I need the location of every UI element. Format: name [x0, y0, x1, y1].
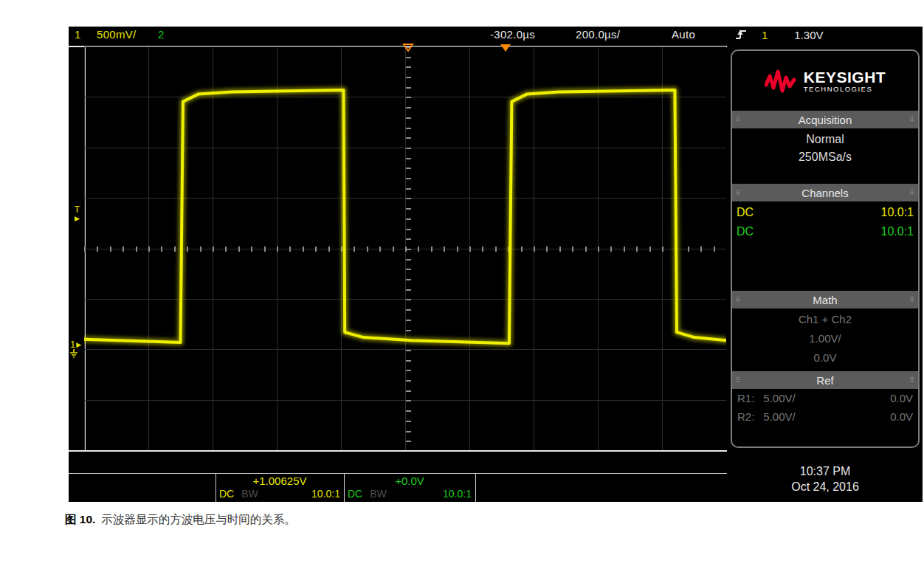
ch2-number: 2	[158, 28, 165, 41]
sample-rate: 250MSa/s	[732, 148, 918, 166]
trigger-level-marker[interactable]: T ▶	[72, 205, 83, 223]
grip-icon: ⠿	[732, 117, 745, 123]
ch2-probe: 10.0:1	[881, 222, 914, 241]
oscilloscope-screen: 1 500mV/ 2 -302.0µs 200.0µs/ Auto 1 1.30…	[69, 27, 923, 502]
acquisition-section-header[interactable]: ⠿ Acquisition ⠿	[732, 111, 918, 128]
figure-caption-text: 示波器显示的方波电压与时间的关系。	[101, 513, 296, 525]
acquisition-content: Normal 250MSa/s	[732, 128, 918, 184]
math-scale: 1.00V/	[732, 329, 918, 348]
logo-subname: TECHNOLOGIES	[804, 85, 886, 93]
trigger-source-readout: 1	[762, 29, 768, 41]
figure-caption: 图 10.示波器显示的方波电压与时间的关系。	[65, 512, 296, 528]
grip-icon: ⠿	[906, 297, 918, 303]
bottom-bar-separator	[475, 473, 476, 502]
channels-title: Channels	[745, 187, 906, 199]
ch2-offset-readout: +0.0V	[345, 474, 475, 488]
channels-section-header[interactable]: ⠿ Channels ⠿	[732, 184, 918, 201]
ch1-ground-arrow-icon: ▶	[76, 340, 81, 349]
ground-symbol-icon	[70, 349, 80, 358]
figure-caption-label: 图 10.	[65, 513, 95, 525]
trigger-level-arrow-icon: ▶	[72, 214, 83, 223]
trigger-slope-rising-icon	[735, 28, 747, 41]
channels-content: DC 10.0:1 DC 10.0:1	[732, 201, 918, 291]
grip-icon: ⠿	[732, 377, 745, 384]
ch1-waveform	[84, 46, 726, 450]
trigger-info: 1 1.30V	[731, 27, 920, 43]
trigger-mode-readout: Auto	[672, 28, 695, 41]
ch1-scale-readout: 500mV/	[97, 28, 137, 41]
trigger-level-readout: 1.30V	[794, 29, 823, 41]
ch1-probe-readout: 10.0:1	[311, 488, 340, 500]
ch1-ground-marker-label: 1	[70, 340, 75, 349]
ch1-settings-row: DC 10.0:1	[732, 203, 918, 222]
ch1-ground-marker[interactable]: 1 ▶	[70, 340, 81, 359]
grip-icon: ⠿	[732, 190, 745, 196]
grip-icon: ⠿	[906, 190, 918, 196]
ref2-offset: 0.0V	[890, 407, 913, 426]
grip-icon: ⠿	[906, 117, 918, 123]
ch2-coupling: DC	[737, 222, 754, 241]
graticule	[84, 46, 726, 450]
acquisition-mode: Normal	[732, 131, 918, 148]
ref1-offset: 0.0V	[890, 389, 913, 407]
timebase-readout: 200.0µs/	[576, 28, 620, 41]
ch2-coupling-readout: DC	[348, 488, 362, 500]
ref2-row: R2: 5.00V/ 0.0V	[732, 407, 918, 426]
ch2-bw-label: BW	[370, 488, 387, 500]
ref-section-header[interactable]: ⠿ Ref ⠿	[732, 371, 918, 389]
ch1-coupling: DC	[737, 203, 754, 222]
ref2-scale: 5.00V/	[763, 407, 795, 426]
acquisition-title: Acquisition	[745, 114, 906, 126]
ch1-number: 1	[75, 28, 81, 41]
ref1-scale: 5.00V/	[763, 389, 795, 407]
math-section-header[interactable]: ⠿ Math ⠿	[732, 291, 918, 308]
ref1-label: R1:	[737, 389, 754, 407]
date-readout: Oct 24, 2016	[731, 479, 920, 494]
math-title: Math	[745, 294, 906, 306]
delay-readout: -302.0µs	[490, 28, 535, 41]
ch2-bottom-readout: +0.0V DC BW 10.0:1	[345, 474, 475, 502]
clock: 10:37 PM Oct 24, 2016	[731, 463, 920, 494]
keysight-spark-icon	[765, 69, 797, 94]
grip-icon: ⠿	[732, 297, 745, 303]
ref-content: R1: 5.00V/ 0.0V R2: 5.00V/ 0.0V	[732, 389, 918, 426]
ref-title: Ref	[745, 374, 906, 387]
grip-icon: ⠿	[906, 377, 918, 384]
time-readout: 10:37 PM	[731, 463, 920, 479]
ch1-probe: 10.0:1	[881, 203, 914, 222]
math-function: Ch1 + Ch2	[732, 310, 918, 329]
keysight-logo: KEYSIGHT TECHNOLOGIES	[732, 51, 918, 111]
sidebar-panel: KEYSIGHT TECHNOLOGIES ⠿ Acquisition ⠿ No…	[731, 49, 920, 448]
ch2-settings-row: DC 10.0:1	[732, 222, 918, 241]
ch1-bottom-readout: +1.00625V DC BW 10.0:1	[216, 474, 343, 502]
graticule-bottom-border	[69, 450, 727, 452]
ref2-label: R2:	[737, 407, 754, 426]
logo-name: KEYSIGHT	[804, 69, 886, 85]
ref1-row: R1: 5.00V/ 0.0V	[732, 389, 918, 407]
ch2-probe-readout: 10.0:1	[443, 488, 472, 500]
math-offset: 0.0V	[732, 348, 918, 368]
ch1-coupling-readout: DC	[219, 488, 234, 500]
math-content: Ch1 + Ch2 1.00V/ 0.0V	[732, 308, 918, 371]
ch1-offset-readout: +1.00625V	[216, 474, 343, 488]
trigger-level-marker-label: T	[72, 205, 83, 214]
ch1-bw-label: BW	[241, 488, 258, 500]
